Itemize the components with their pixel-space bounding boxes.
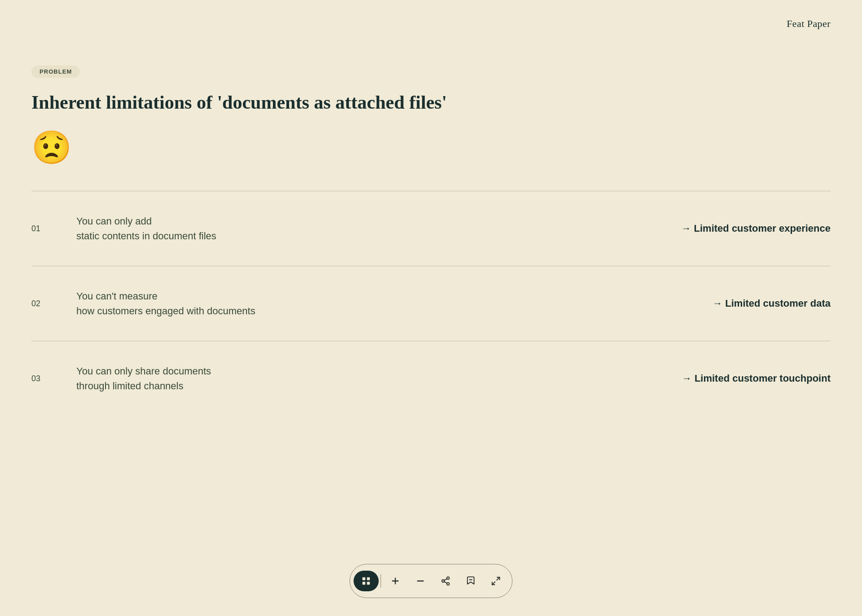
emoji-decoration: 😟 xyxy=(31,132,831,164)
item-number: 01 xyxy=(31,224,76,233)
list-item: 01 You can only add static contents in d… xyxy=(31,191,831,266)
item-description: You can't measure how customers engaged … xyxy=(76,289,651,318)
svg-line-10 xyxy=(444,581,447,583)
item-consequence: → Limited customer touchpoint xyxy=(651,373,831,384)
item-consequence: → Limited customer data xyxy=(651,298,831,309)
item-number: 02 xyxy=(31,299,76,308)
svg-rect-3 xyxy=(367,582,369,585)
bookmark-button[interactable] xyxy=(458,571,484,591)
items-list: 01 You can only add static contents in d… xyxy=(31,191,831,416)
toolbar-divider xyxy=(381,574,381,588)
bookmark-icon xyxy=(466,576,476,586)
brand-name: Feat Paper xyxy=(787,18,831,30)
minus-icon xyxy=(416,576,426,586)
list-item: 02 You can't measure how customers engag… xyxy=(31,266,831,341)
add-icon xyxy=(391,576,400,586)
page-title: Inherent limitations of 'documents as at… xyxy=(31,91,831,114)
fullscreen-button[interactable] xyxy=(484,571,509,591)
toolbar xyxy=(350,564,513,598)
item-description: You can only add static contents in docu… xyxy=(76,214,651,243)
problem-badge: PROBLEM xyxy=(31,66,80,78)
grid-view-button[interactable] xyxy=(354,571,379,591)
item-consequence: → Limited customer experience xyxy=(651,223,831,234)
svg-line-13 xyxy=(497,577,499,580)
svg-line-14 xyxy=(492,582,495,585)
header: Feat Paper xyxy=(0,0,862,30)
svg-rect-2 xyxy=(362,582,365,585)
item-description: You can only share documents through lim… xyxy=(76,364,651,393)
share-icon xyxy=(441,576,451,586)
remove-button[interactable] xyxy=(408,571,433,591)
grid-icon xyxy=(361,576,371,586)
fullscreen-icon xyxy=(491,576,501,586)
main-content: PROBLEM Inherent limitations of 'documen… xyxy=(0,30,862,416)
svg-rect-0 xyxy=(362,577,365,580)
share-button[interactable] xyxy=(433,571,458,591)
add-button[interactable] xyxy=(383,571,408,591)
item-number: 03 xyxy=(31,374,76,383)
list-item: 03 You can only share documents through … xyxy=(31,341,831,416)
svg-rect-1 xyxy=(367,577,369,580)
svg-line-11 xyxy=(444,579,447,581)
